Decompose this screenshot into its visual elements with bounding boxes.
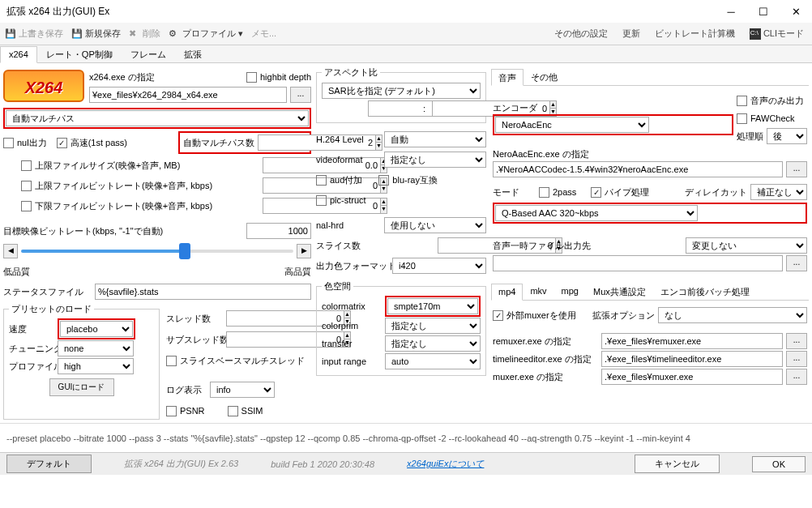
about-link[interactable]: x264guiExについて (407, 458, 484, 470)
lbit-check[interactable] (21, 201, 32, 211)
high-q-label: 高品質 (284, 266, 311, 278)
speed-select[interactable]: placebo (60, 321, 133, 337)
profile-select[interactable]: high (58, 358, 134, 374)
tmpout-browse[interactable]: ... (786, 255, 807, 271)
muxer-path[interactable] (601, 369, 783, 385)
quality-slider-right[interactable]: ▶ (297, 244, 311, 258)
cancel-button[interactable]: キャンセル (635, 455, 720, 473)
audioexe-browse[interactable]: ... (786, 161, 807, 177)
aud-label: aud付加 (330, 174, 362, 186)
tab-frame[interactable]: フレーム (122, 45, 175, 62)
slicethread-check[interactable] (166, 356, 177, 366)
nalhrd-select[interactable]: 使用しない (384, 217, 486, 233)
profile-menu[interactable]: ⚙プロファイル ▾ (169, 28, 243, 40)
target-bitrate[interactable] (246, 223, 311, 239)
quality-slider[interactable] (21, 243, 293, 259)
order-label: 処理順 (737, 130, 763, 143)
maximize-button[interactable]: ☐ (747, 0, 780, 23)
tab-rateqp[interactable]: レート・QP制御 (37, 45, 122, 62)
tab-mp4[interactable]: mp4 (491, 284, 523, 301)
timelineeditor-label: timelineeditor.exe の指定 (493, 353, 598, 365)
tab-mux-common[interactable]: Mux共通設定 (586, 283, 653, 300)
x264exe-browse[interactable]: ... (290, 87, 311, 103)
default-button[interactable]: デフォルト (6, 455, 92, 473)
tmpout-select[interactable]: 変更しない (686, 237, 807, 254)
tab-audio[interactable]: 音声 (491, 69, 524, 86)
fsize-label: 上限ファイルサイズ(映像+音声, MB) (35, 160, 180, 172)
tuning-select[interactable]: none (58, 340, 134, 356)
aspect-mode-select[interactable]: SAR比を指定 (デフォルト) (322, 83, 481, 99)
tab-x264[interactable]: x264 (0, 46, 37, 63)
update-link[interactable]: 更新 (619, 28, 643, 40)
ssim-label: SSIM (241, 406, 263, 416)
highbit-checkbox[interactable] (246, 72, 257, 83)
remuxer-browse[interactable]: ... (786, 333, 807, 349)
outcolor-label: 出力色フォーマット (316, 260, 389, 272)
tmpout-path[interactable] (493, 255, 783, 271)
tab-ext[interactable]: 拡張 (175, 45, 211, 62)
extmux-check[interactable] (493, 310, 503, 321)
gear-icon: ⚙ (169, 28, 180, 40)
delay-select[interactable]: 補正なし (750, 184, 807, 200)
timelineeditor-browse[interactable]: ... (786, 351, 807, 367)
audio-quality-select[interactable]: Q-Based AAC 320~kbps (495, 205, 698, 221)
memo-button[interactable]: メモ... (251, 28, 276, 40)
2pass-label: 2pass (553, 187, 576, 197)
audioonly-check[interactable] (737, 96, 747, 106)
cli-mode-link[interactable]: C:\ CLIモード (746, 28, 807, 40)
tab-audio-other[interactable]: その他 (524, 68, 565, 85)
fast1pass-checkbox[interactable] (57, 138, 67, 148)
transfer-select[interactable]: 指定なし (385, 335, 481, 352)
ubit-check[interactable] (21, 181, 32, 191)
tab-mkv[interactable]: mkv (523, 283, 553, 300)
transfer-label: transfer (322, 339, 382, 348)
fsize-check[interactable] (21, 160, 32, 171)
log-select[interactable]: info (210, 382, 275, 398)
order-select[interactable]: 後 (767, 128, 807, 144)
2pass-check[interactable] (539, 187, 549, 198)
ok-button[interactable]: OK (752, 456, 806, 472)
statusfile-label: ステータスファイル (3, 286, 83, 298)
h264level-select[interactable]: 自動 (384, 131, 486, 147)
fast1pass-label: 高速(1st pass) (71, 137, 127, 149)
tab-batch[interactable]: エンコ前後バッチ処理 (653, 283, 757, 300)
save-button[interactable]: 💾上書き保存 (5, 28, 63, 40)
picstruct-check[interactable] (316, 195, 327, 206)
gui-load-button[interactable]: GUIにロード (49, 378, 114, 396)
statusfile-input[interactable] (95, 284, 311, 300)
pipe-label: パイプ処理 (605, 186, 649, 199)
aud-check[interactable] (316, 175, 327, 186)
muxer-browse[interactable]: ... (786, 369, 807, 385)
ssim-check[interactable] (228, 406, 238, 416)
x264exe-path[interactable] (89, 87, 287, 103)
cli-icon: C:\ (750, 28, 761, 40)
minimize-button[interactable]: ─ (715, 0, 747, 23)
quality-slider-left[interactable]: ◀ (3, 244, 18, 258)
inputrange-select[interactable]: auto (385, 353, 481, 369)
videoformat-select[interactable]: 指定なし (384, 152, 486, 168)
low-q-label: 低品質 (3, 266, 30, 278)
outcolor-select[interactable]: i420 (392, 258, 486, 274)
bluray-check[interactable] (378, 175, 389, 186)
tab-mpg[interactable]: mpg (554, 283, 586, 300)
remuxer-path[interactable] (601, 333, 783, 349)
psnr-check[interactable] (166, 406, 177, 416)
nul-checkbox[interactable] (3, 138, 14, 148)
encoder-label: エンコーダ (493, 102, 733, 114)
colormatrix-select[interactable]: smpte170m (387, 298, 478, 314)
extopt-select[interactable]: なし (658, 307, 807, 323)
colorprim-select[interactable]: 指定なし (385, 318, 481, 334)
encoder-select[interactable]: NeroAacEnc (495, 117, 649, 133)
timelineeditor-path[interactable] (601, 351, 783, 367)
speed-label: 速度 (9, 323, 54, 335)
pipe-check[interactable] (591, 187, 601, 198)
faw-check[interactable] (737, 113, 747, 124)
audioexe-path[interactable] (493, 161, 783, 177)
app-name: 拡張 x264 出力(GUI) Ex 2.63 (124, 458, 238, 470)
save-as-button[interactable]: 💾新規保存 (71, 28, 121, 40)
delete-button[interactable]: ✖削除 (129, 28, 160, 40)
other-settings-link[interactable]: その他の設定 (551, 28, 611, 40)
bitrate-calc-link[interactable]: ビットレート計算機 (652, 28, 738, 40)
close-button[interactable]: ✕ (780, 0, 812, 23)
multipass-select[interactable]: 自動マルチパス (6, 110, 309, 126)
